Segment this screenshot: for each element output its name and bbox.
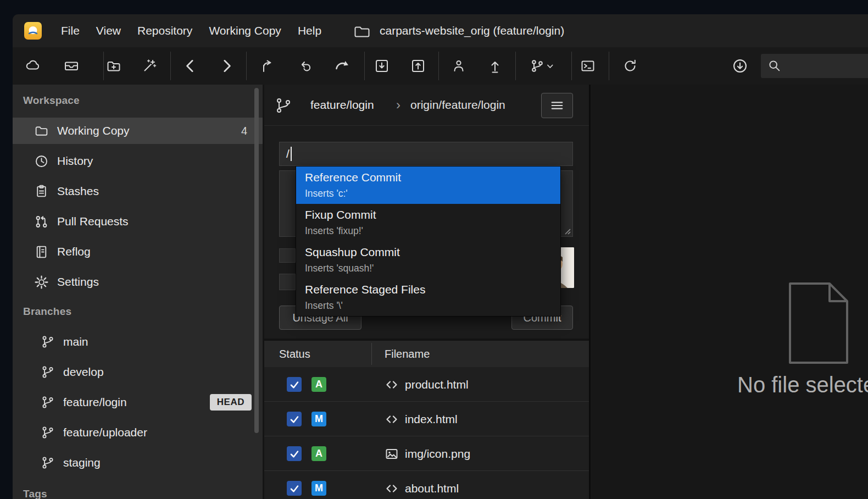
- column-status: Status: [279, 341, 310, 367]
- filename: about.html: [405, 471, 459, 499]
- commit-autocomplete-dropdown: Reference Commit Inserts 'c:' Fixup Comm…: [296, 166, 561, 317]
- refresh-button[interactable]: [615, 53, 645, 79]
- folder-plus-icon: [105, 58, 122, 74]
- branch-icon: [275, 97, 292, 114]
- folder-icon: [34, 124, 49, 138]
- menu-file[interactable]: File: [53, 14, 88, 47]
- desktop: { "menubar": { "items": ["File", "View",…: [0, 0, 868, 499]
- preview-panel: No file selected: [591, 85, 868, 499]
- sidebar-item-label: Settings: [57, 275, 99, 289]
- commit-input-value: /: [286, 147, 290, 160]
- curved-arrow-icon: [333, 58, 350, 74]
- stage-checkbox[interactable]: [287, 446, 302, 461]
- app-icon[interactable]: [24, 22, 42, 40]
- download-button[interactable]: [725, 53, 755, 79]
- remote-button[interactable]: [18, 53, 48, 79]
- commit-summary-input[interactable]: /: [279, 142, 573, 166]
- branch-label: develop: [63, 365, 104, 379]
- branch-label: feature/uploader: [63, 426, 147, 439]
- terminal-icon: [580, 58, 596, 74]
- autocomplete-item-squashup-commit[interactable]: Squashup Commit Inserts 'squash!': [296, 241, 560, 279]
- branch-bar: feature/login › origin/feature/login: [264, 85, 589, 126]
- file-row-product[interactable]: A product.html: [264, 367, 589, 402]
- sidebar-branch-feature-login[interactable]: feature/login HEAD: [13, 389, 264, 415]
- stage-checkbox[interactable]: [287, 481, 302, 496]
- resize-handle-icon[interactable]: [564, 228, 571, 235]
- file-row-about[interactable]: M about.html: [264, 471, 589, 499]
- sidebar-item-label: Pull Requests: [57, 215, 129, 228]
- redo-button[interactable]: [327, 53, 357, 79]
- toolbar-search[interactable]: [761, 54, 868, 78]
- sidebar-item-reflog[interactable]: Reflog: [13, 239, 264, 265]
- sidebar-item-label: History: [57, 154, 93, 168]
- autocomplete-item-reference-commit[interactable]: Reference Commit Inserts 'c:': [296, 167, 560, 204]
- autocomplete-item-fixup-commit[interactable]: Fixup Commit Inserts 'fixup!': [296, 204, 560, 241]
- shelve-button[interactable]: [444, 53, 474, 79]
- pull-request-icon: [34, 214, 49, 229]
- sidebar-branch-staging[interactable]: staging: [13, 450, 264, 476]
- forward-button[interactable]: [212, 53, 241, 79]
- toolbar-separator: [571, 52, 572, 80]
- back-button[interactable]: [176, 53, 205, 79]
- sidebar-item-label: Stashes: [57, 185, 99, 198]
- commit-option-checkbox[interactable]: [279, 248, 296, 263]
- commit-options-menu-button[interactable]: [541, 93, 573, 118]
- menu-working-copy[interactable]: Working Copy: [201, 14, 290, 47]
- arrow-up-icon: [487, 58, 503, 74]
- status-badge-modified: M: [311, 412, 326, 426]
- add-repository-button[interactable]: [99, 53, 129, 79]
- search-input[interactable]: [787, 59, 868, 73]
- empty-document-icon: [786, 281, 850, 365]
- chevron-right-icon: [218, 58, 235, 74]
- menu-help[interactable]: Help: [290, 14, 330, 47]
- menu-repository[interactable]: Repository: [129, 14, 201, 47]
- toolbar-separator: [515, 52, 516, 80]
- sidebar-item-working-copy[interactable]: Working Copy 4: [13, 118, 264, 144]
- unshelve-button[interactable]: [480, 53, 510, 79]
- sidebar-item-stashes[interactable]: Stashes: [13, 178, 264, 204]
- sidebar-item-label: Working Copy: [57, 124, 130, 137]
- file-row-index[interactable]: M index.html: [264, 402, 589, 436]
- column-divider: [371, 343, 372, 365]
- magic-wand-icon: [141, 58, 158, 74]
- undo-arrow-icon: [298, 58, 314, 74]
- pull-button[interactable]: [367, 53, 397, 79]
- current-branch-label: feature/login: [310, 85, 374, 125]
- autocomplete-subtitle: Inserts 'c:': [305, 188, 552, 199]
- checkout-button[interactable]: [253, 53, 282, 79]
- stage-checkbox[interactable]: [287, 377, 302, 392]
- branches-header: Branches: [23, 303, 71, 320]
- stage-checkbox[interactable]: [287, 412, 302, 426]
- column-filename: Filename: [385, 341, 430, 367]
- local-repos-button[interactable]: [57, 53, 86, 79]
- sidebar-branch-develop[interactable]: develop: [13, 359, 264, 385]
- terminal-button[interactable]: [573, 53, 603, 79]
- branch-label: main: [63, 335, 88, 348]
- toolbar-separator: [609, 52, 609, 80]
- sidebar-branch-feature-uploader[interactable]: feature/uploader: [13, 419, 264, 446]
- toolbar-separator: [246, 52, 247, 80]
- create-button[interactable]: [135, 53, 164, 79]
- branch-label: staging: [63, 456, 101, 469]
- person-icon: [450, 58, 467, 74]
- chevron-left-icon: [182, 58, 199, 74]
- sidebar-item-settings[interactable]: Settings: [13, 269, 264, 295]
- autocomplete-item-reference-staged-files[interactable]: Reference Staged Files Inserts '\': [296, 279, 560, 316]
- branch-icon: [40, 425, 55, 440]
- menu-items: File View Repository Working Copy Help: [53, 14, 330, 47]
- toolbar: [13, 47, 868, 86]
- sidebar-branch-main[interactable]: main: [13, 329, 264, 355]
- gear-icon: [34, 275, 49, 290]
- checkmark-icon: [290, 414, 299, 424]
- branch-menu-button[interactable]: [524, 53, 560, 79]
- menu-view[interactable]: View: [88, 14, 129, 47]
- sidebar-scrollbar[interactable]: [254, 88, 259, 433]
- sidebar-item-history[interactable]: History: [13, 148, 264, 174]
- download-circle-icon: [731, 58, 749, 74]
- push-button[interactable]: [403, 53, 433, 79]
- branch-dropdown-icon: [529, 58, 554, 74]
- file-row-icon-png[interactable]: A img/icon.png: [264, 436, 589, 471]
- commit-option-checkbox[interactable]: [279, 274, 296, 290]
- undo-button[interactable]: [291, 53, 321, 79]
- sidebar-item-pull-requests[interactable]: Pull Requests: [13, 208, 264, 235]
